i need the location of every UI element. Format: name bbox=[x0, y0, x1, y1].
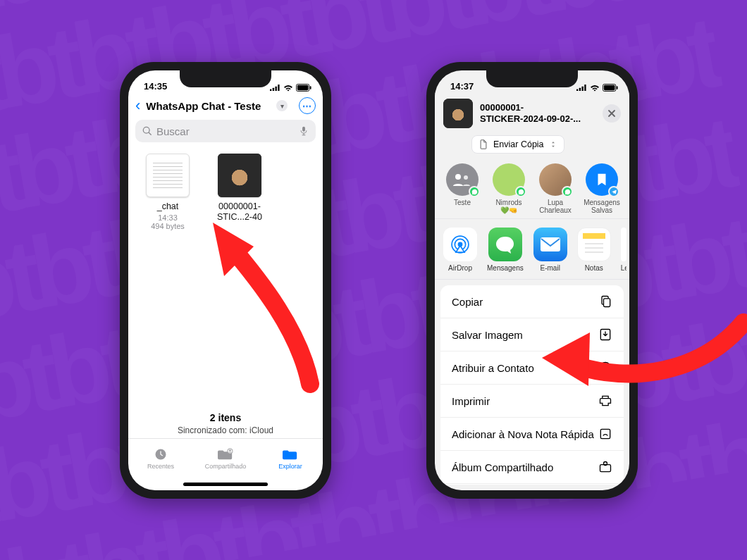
action-quick-note[interactable]: Adicionar à Nova Nota Rápida bbox=[440, 418, 624, 451]
action-label: Imprimir bbox=[452, 395, 490, 407]
file-doc-thumbnail bbox=[146, 154, 190, 197]
avatar bbox=[539, 163, 572, 196]
contact-name: Lupa Charleaux bbox=[536, 199, 574, 214]
action-shared-album[interactable]: Álbum Compartilhado bbox=[440, 451, 624, 484]
svg-rect-34 bbox=[604, 299, 610, 307]
mail-icon bbox=[533, 228, 567, 261]
action-label: Salvar Imagem bbox=[452, 329, 523, 341]
back-button[interactable]: ‹ bbox=[134, 98, 142, 113]
svg-point-14 bbox=[229, 449, 230, 451]
title-dropdown-icon[interactable]: ▾ bbox=[276, 100, 288, 111]
send-copy-label: Enviar Cópia bbox=[493, 139, 544, 149]
tab-label: Recentes bbox=[147, 463, 174, 470]
whatsapp-badge-icon bbox=[515, 186, 526, 197]
folder-shared-icon bbox=[218, 447, 233, 461]
action-label: Álbum Compartilhado bbox=[452, 461, 553, 473]
share-contacts-row: Teste Nimrods 💚🤜 Lupa Charleaux bbox=[435, 154, 629, 219]
tab-bar: Recentes Compartilhado Explorar bbox=[128, 438, 323, 478]
app-notes[interactable]: Notas bbox=[577, 228, 611, 272]
whatsapp-badge-icon bbox=[469, 186, 480, 197]
bookmark-icon bbox=[594, 172, 610, 187]
app-extra[interactable]: Ler bbox=[621, 228, 626, 272]
messages-icon bbox=[488, 228, 522, 261]
whatsapp-badge-icon bbox=[562, 186, 573, 197]
svg-rect-15 bbox=[576, 89, 578, 91]
group-icon bbox=[453, 173, 471, 186]
share-contact[interactable]: Lupa Charleaux bbox=[536, 163, 574, 214]
app-label: Ler bbox=[621, 264, 626, 272]
battery-icon bbox=[603, 84, 618, 92]
mic-icon[interactable] bbox=[299, 126, 309, 136]
svg-rect-5 bbox=[297, 85, 309, 90]
avatar bbox=[446, 163, 479, 196]
airdrop-icon bbox=[443, 228, 477, 261]
action-copy[interactable]: Copiar bbox=[440, 285, 624, 318]
shared-album-icon bbox=[598, 460, 612, 474]
action-label: Copiar bbox=[452, 296, 483, 308]
action-assign-contact[interactable]: Atribuir a Contato bbox=[440, 351, 624, 385]
items-count: 2 itens bbox=[128, 412, 323, 423]
document-icon bbox=[479, 139, 488, 149]
item-preview bbox=[443, 99, 473, 128]
contact-icon bbox=[598, 361, 612, 375]
contact-sub: 💚🤜 bbox=[490, 206, 528, 214]
app-label: Notas bbox=[585, 264, 603, 272]
sync-status: Sincronizado com: iCloud bbox=[128, 425, 323, 435]
books-icon bbox=[621, 228, 626, 261]
svg-rect-29 bbox=[583, 239, 605, 256]
search-icon bbox=[142, 126, 152, 136]
share-actions-list: Copiar Salvar Imagem Atribuir a Contato … bbox=[440, 285, 624, 485]
file-size: 494 bytes bbox=[140, 222, 196, 230]
navigation-bar: ‹ WhatsApp Chat - Teste ▾ ⋯ bbox=[128, 93, 323, 117]
notes-icon bbox=[577, 228, 611, 261]
signal-icon bbox=[270, 85, 280, 92]
svg-point-22 bbox=[455, 174, 461, 180]
battery-icon bbox=[296, 84, 311, 92]
action-create-watchface[interactable]: Criar Mostrador bbox=[440, 484, 624, 485]
home-indicator bbox=[128, 478, 323, 490]
svg-line-8 bbox=[149, 132, 151, 135]
svg-rect-39 bbox=[600, 465, 611, 472]
svg-rect-3 bbox=[278, 85, 279, 91]
action-save-image[interactable]: Salvar Imagem bbox=[440, 318, 624, 351]
file-time: 14:33 bbox=[140, 213, 196, 222]
avatar bbox=[493, 163, 525, 196]
file-item-sticker[interactable]: 00000001-STIC...2-40 bbox=[211, 154, 268, 230]
search-input[interactable]: Buscar bbox=[135, 120, 316, 142]
folder-title: WhatsApp Chat - Teste bbox=[146, 100, 272, 112]
share-contact[interactable]: Teste bbox=[443, 163, 481, 214]
more-options-button[interactable]: ⋯ bbox=[299, 97, 316, 114]
quicknote-icon bbox=[598, 427, 612, 441]
notch bbox=[180, 70, 271, 87]
app-messages[interactable]: Mensagens bbox=[487, 228, 524, 272]
file-item-chat[interactable]: _chat 14:33 494 bytes bbox=[140, 154, 196, 230]
app-label: AirDrop bbox=[448, 264, 472, 272]
tab-browse[interactable]: Explorar bbox=[258, 439, 323, 478]
contact-name: Teste bbox=[443, 199, 481, 206]
app-mail[interactable]: E-mail bbox=[533, 228, 567, 272]
share-contact[interactable]: Nimrods 💚🤜 bbox=[490, 163, 528, 214]
svg-rect-2 bbox=[276, 86, 277, 91]
close-button[interactable] bbox=[603, 104, 621, 123]
svg-rect-16 bbox=[579, 87, 581, 91]
item-title: 00000001- STICKER-2024-09-02-... bbox=[480, 102, 595, 124]
phone-share-sheet: 14:37 00000001- STICKER-2024-09-02-... E… bbox=[426, 62, 638, 499]
share-contact[interactable]: Mensagens Salvas bbox=[583, 163, 621, 214]
svg-rect-20 bbox=[604, 85, 615, 90]
send-copy-dropdown[interactable]: Enviar Cópia bbox=[471, 135, 564, 154]
svg-rect-1 bbox=[273, 87, 274, 91]
notch bbox=[486, 70, 578, 87]
app-airdrop[interactable]: AirDrop bbox=[443, 228, 477, 272]
svg-rect-28 bbox=[583, 233, 605, 239]
signal-icon bbox=[576, 85, 587, 92]
svg-rect-17 bbox=[582, 86, 584, 91]
action-print[interactable]: Imprimir bbox=[440, 385, 624, 418]
contact-name: Mensagens Salvas bbox=[583, 199, 621, 214]
app-label: E-mail bbox=[541, 264, 560, 272]
files-footer: 2 itens Sincronizado com: iCloud bbox=[128, 406, 323, 438]
svg-point-23 bbox=[464, 175, 468, 180]
tab-recents[interactable]: Recentes bbox=[128, 439, 193, 478]
tab-shared[interactable]: Compartilhado bbox=[193, 439, 258, 478]
svg-rect-0 bbox=[270, 89, 271, 91]
svg-rect-9 bbox=[302, 127, 305, 132]
